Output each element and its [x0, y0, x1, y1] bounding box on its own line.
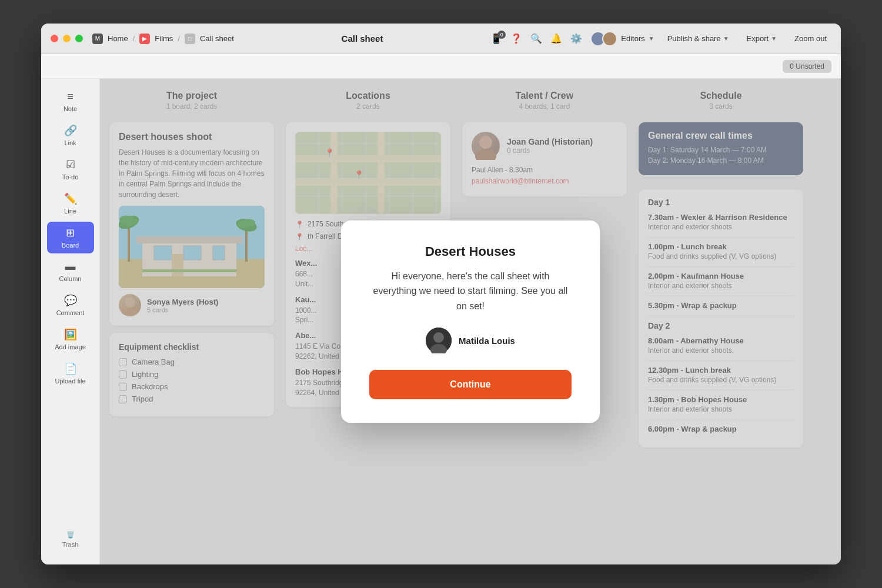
addimage-icon: 🖼️: [64, 328, 77, 341]
sidebar-item-column[interactable]: ▬ Column: [47, 256, 94, 287]
sidebar-label-addimage: Add image: [55, 343, 86, 350]
export-button[interactable]: Export ▼: [742, 32, 781, 45]
modal-user-name: Matilda Louis: [459, 336, 515, 346]
page-title: Call sheet: [234, 34, 490, 44]
toolbar: 0 Unsorted: [41, 54, 841, 79]
help-icon[interactable]: ❓: [510, 33, 522, 44]
maximize-button[interactable]: [75, 35, 83, 42]
films-icon: ▶: [139, 34, 150, 44]
breadcrumb-home[interactable]: Home: [108, 34, 128, 43]
trash-label: Trash: [62, 541, 79, 548]
sidebar-item-addimage[interactable]: 🖼️ Add image: [47, 323, 94, 355]
titlebar-icons: 📱 0 ❓ 🔍 🔔 ⚙️: [490, 33, 582, 44]
uploadfile-icon: 📄: [64, 362, 77, 375]
bell-icon[interactable]: 🔔: [550, 33, 562, 44]
sidebar-item-todo[interactable]: ☑ To-do: [47, 153, 94, 185]
main-area: ≡ Note 🔗 Link ☑ To-do ✏️ Line ⊞ Board ▬ …: [41, 79, 841, 564]
sidebar-item-comment[interactable]: 💬 Comment: [47, 289, 94, 321]
sidebar-label-uploadfile: Upload file: [55, 377, 86, 385]
continue-button[interactable]: Continue: [369, 370, 572, 399]
export-label: Export: [747, 34, 769, 43]
content-area: The project 1 board, 2 cards Desert hous…: [100, 79, 841, 564]
editors-chevron: ▼: [649, 35, 654, 42]
app-window: M Home / ▶ Films / □ Call sheet Call she…: [41, 24, 841, 564]
close-button[interactable]: [51, 35, 58, 42]
avatar-group: [590, 31, 617, 46]
trash-button[interactable]: 🗑️ Trash: [47, 526, 94, 553]
sidebar-item-link[interactable]: 🔗 Link: [47, 119, 94, 151]
breadcrumb: M Home / ▶ Films / □ Call sheet: [92, 34, 234, 44]
modal-body: Hi everyone, here's the call sheet with …: [369, 269, 572, 314]
sidebar-label-note: Note: [64, 105, 77, 112]
note-icon: ≡: [67, 91, 74, 103]
modal-user: Matilda Louis: [369, 328, 572, 353]
line-icon: ✏️: [64, 192, 77, 205]
mobile-icon[interactable]: 📱 0: [490, 33, 502, 44]
titlebar-right: 📱 0 ❓ 🔍 🔔 ⚙️ Editors ▼ Publish & share ▼: [490, 31, 831, 46]
publish-label: Publish & share: [667, 34, 721, 43]
zoom-out-button[interactable]: Zoom out: [790, 32, 831, 45]
breadcrumb-films[interactable]: Films: [155, 34, 173, 43]
editors-button[interactable]: Editors ▼: [590, 31, 654, 46]
minimize-button[interactable]: [63, 35, 71, 42]
modal-title: Desert Houses: [369, 244, 572, 259]
link-icon: 🔗: [64, 124, 77, 137]
modal-overlay: Desert Houses Hi everyone, here's the ca…: [100, 79, 841, 564]
editors-label: Editors: [621, 34, 644, 43]
sidebar: ≡ Note 🔗 Link ☑ To-do ✏️ Line ⊞ Board ▬ …: [41, 79, 100, 564]
export-chevron: ▼: [771, 35, 777, 42]
svg-point-20: [433, 332, 444, 343]
board-icon: ⊞: [66, 226, 75, 239]
sidebar-item-line[interactable]: ✏️ Line: [47, 188, 94, 219]
breadcrumb-callsheet[interactable]: Call sheet: [200, 34, 234, 43]
comment-icon: 💬: [64, 294, 77, 307]
column-icon: ▬: [65, 260, 76, 273]
settings-icon[interactable]: ⚙️: [570, 33, 582, 44]
sidebar-item-uploadfile[interactable]: 📄 Upload file: [47, 358, 94, 389]
modal-user-avatar: [426, 328, 452, 353]
sidebar-label-comment: Comment: [56, 309, 85, 316]
titlebar: M Home / ▶ Films / □ Call sheet Call she…: [41, 24, 841, 54]
sidebar-label-line: Line: [64, 208, 76, 215]
sidebar-label-board: Board: [62, 242, 79, 249]
todo-icon: ☑: [66, 158, 75, 171]
sidebar-label-column: Column: [59, 275, 82, 282]
sidebar-item-note[interactable]: ≡ Note: [47, 86, 94, 117]
search-icon[interactable]: 🔍: [530, 33, 542, 44]
traffic-lights: [51, 35, 83, 42]
publish-share-button[interactable]: Publish & share ▼: [663, 32, 734, 45]
notification-badge: 0: [497, 31, 506, 39]
sidebar-item-board[interactable]: ⊞ Board: [47, 222, 94, 253]
modal-dialog: Desert Houses Hi everyone, here's the ca…: [341, 220, 600, 423]
publish-chevron: ▼: [723, 35, 729, 42]
zoom-label: Zoom out: [794, 34, 827, 43]
trash-icon: 🗑️: [66, 531, 75, 539]
unsorted-button[interactable]: 0 Unsorted: [783, 60, 831, 73]
callsheet-icon: □: [185, 34, 195, 44]
avatar-2: [602, 31, 617, 46]
home-icon: M: [92, 34, 103, 44]
sidebar-label-todo: To-do: [62, 173, 79, 181]
sidebar-label-link: Link: [64, 139, 76, 146]
